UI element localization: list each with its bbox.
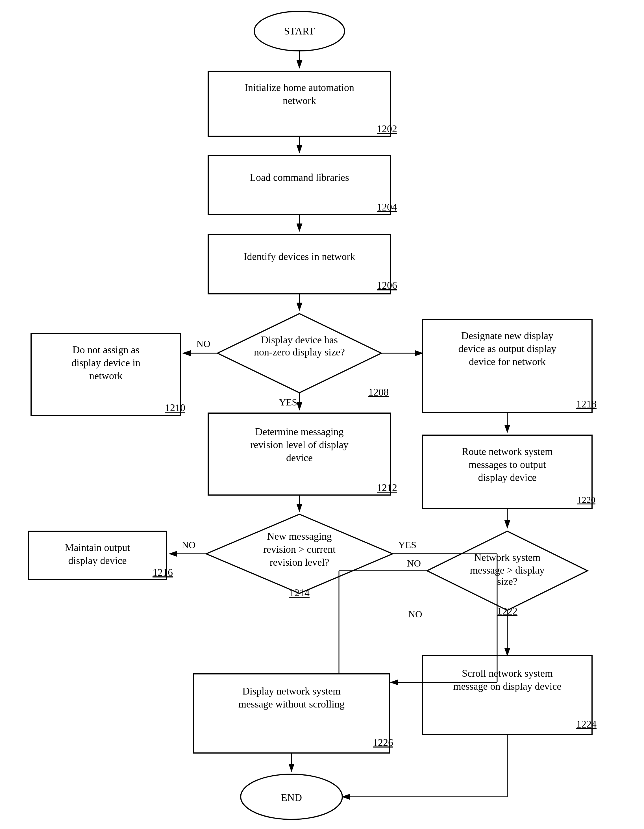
box-1210-line2: display device in — [71, 357, 140, 369]
box-1206-line1: Identify devices in network — [244, 251, 355, 262]
box-1202-line2: network — [283, 95, 316, 106]
box-1212-id: 1212 — [377, 482, 397, 493]
label-no-1214: NO — [182, 540, 195, 550]
label-yes-1214: YES — [398, 540, 416, 550]
diamond-1214-line3: revision level? — [270, 556, 329, 568]
diamond-1214-line1: New messaging — [267, 531, 332, 542]
label-no-1222: NO — [408, 609, 422, 619]
box-1212-line3: device — [286, 452, 313, 463]
box-1220-line2: messages to output — [469, 459, 546, 470]
diamond-1214-line2: revision > current — [263, 544, 335, 555]
box-1216-line2: display device — [68, 555, 127, 566]
box-1226-line2: message without scrolling — [238, 698, 345, 710]
box-1220-id: 1220 — [577, 495, 595, 505]
end-label: END — [281, 792, 302, 803]
box-1202-line1: Initialize home automation — [245, 82, 354, 93]
box-1226-id: 1226 — [373, 737, 393, 748]
box-1216-line1: Maintain output — [65, 542, 130, 553]
box-1224-id: 1224 — [576, 719, 597, 730]
label-no-1222-2: NO — [407, 558, 421, 569]
diamond-1208-line2: non-zero display size? — [254, 347, 345, 358]
box-1218-line1: Designate new display — [461, 330, 553, 341]
box-1202-id: 1202 — [377, 123, 397, 134]
start-label: START — [284, 25, 315, 37]
box-1210-line3: network — [89, 370, 123, 381]
diamond-1208-id: 1208 — [368, 386, 389, 398]
diamond-1214-id: 1214 — [289, 587, 310, 599]
label-yes-1208: YES — [279, 397, 297, 407]
box-1204 — [208, 155, 390, 215]
diamond-1222-line3: size? — [497, 576, 518, 587]
box-1204-line1: Load command libraries — [250, 172, 349, 183]
box-1218-line3: device for network — [469, 356, 546, 367]
box-1206-id: 1206 — [377, 280, 397, 291]
box-1210-line1: Do not assign as — [72, 344, 140, 355]
box-1216-id: 1216 — [153, 567, 173, 578]
box-1206 — [208, 235, 390, 294]
box-1212-line1: Determine messaging — [255, 426, 344, 437]
label-no-1208: NO — [196, 339, 210, 349]
box-1226-line1: Display network system — [242, 686, 341, 697]
box-1212-line2: revision level of display — [250, 439, 348, 451]
box-1218-id: 1218 — [576, 399, 597, 410]
diamond-1222-line2: message > display — [470, 564, 545, 576]
box-1224-line1: Scroll network system — [462, 668, 553, 679]
box-1210-id: 1210 — [165, 402, 185, 413]
box-1204-id: 1204 — [377, 202, 397, 213]
box-1220-line3: display device — [478, 472, 537, 483]
box-1224 — [422, 656, 592, 734]
flowchart-container: START Initialize home automation network… — [0, 0, 644, 829]
box-1220-line1: Route network system — [462, 446, 553, 457]
box-1218-line2: device as output display — [458, 343, 556, 354]
diamond-1208-line1: Display device has — [261, 334, 338, 345]
